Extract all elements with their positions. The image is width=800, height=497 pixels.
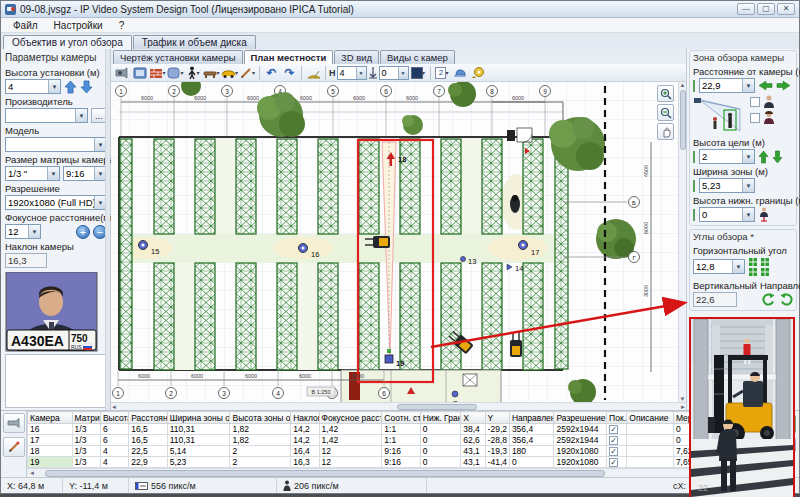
target-down-arrow-icon[interactable] — [772, 150, 783, 164]
chevron-down-icon[interactable]: ▼ — [732, 260, 744, 273]
tab-3d-view[interactable]: 3D вид — [334, 50, 379, 64]
raise-camera-arrow-icon[interactable] — [64, 80, 77, 94]
table-header-cell[interactable]: Направление — [509, 412, 554, 424]
table-row[interactable]: 171/3616,5110,311,8214,21,421:1062,6-28,… — [28, 435, 757, 446]
zoom-in-button[interactable] — [657, 85, 674, 102]
chevron-down-icon[interactable]: ▼ — [742, 179, 754, 192]
table-header-cell[interactable]: Пок... — [607, 412, 627, 424]
add-plan-button[interactable] — [131, 65, 148, 81]
redo-button[interactable]: ↷ — [281, 65, 298, 81]
protractor-button[interactable] — [305, 65, 322, 81]
visible-checkbox-cell[interactable]: ✓ — [607, 457, 627, 468]
move-farther-arrow-icon[interactable] — [776, 80, 791, 91]
menu-settings[interactable]: Настройки — [46, 20, 111, 31]
plan-vertical-scrollbar[interactable]: ▲▼ — [678, 82, 686, 402]
focal-length-combo[interactable]: 12▼ — [5, 224, 41, 239]
stamp-tool-button[interactable] — [452, 65, 469, 81]
manufacturer-combo[interactable]: ▼ — [5, 108, 88, 123]
undo-button[interactable]: ↶ — [263, 65, 280, 81]
title-bar[interactable]: 09-08.jvsgz - IP Video System Design Too… — [1, 1, 799, 18]
table-horizontal-scrollbar[interactable]: ◄► — [27, 468, 758, 477]
add-camera-button[interactable] — [113, 65, 130, 81]
rotate-cw-icon[interactable] — [779, 292, 795, 307]
angle-preset-icons[interactable] — [748, 257, 786, 276]
focal-plus-button[interactable]: + — [76, 225, 90, 239]
horizontal-angle-combo[interactable]: 12,8▼ — [693, 259, 745, 274]
measure-tape-button[interactable] — [470, 65, 487, 81]
target-height-combo[interactable]: 2▼ — [699, 149, 755, 164]
furniture-tool-button[interactable]: ▾ — [203, 65, 220, 81]
table-header-cell[interactable]: Камера — [28, 412, 73, 424]
menu-file[interactable]: Файл — [5, 20, 46, 31]
menu-help[interactable]: ? — [111, 20, 133, 31]
lower-camera-arrow-icon[interactable] — [80, 80, 93, 94]
plan-horizontal-scrollbar[interactable]: ◄► — [111, 402, 686, 410]
install-height-combo[interactable]: 4▼ — [5, 79, 61, 94]
aspect-ratio-combo[interactable]: 9:16▼ — [63, 166, 107, 181]
maximize-button[interactable]: ▢ — [757, 3, 775, 15]
wall-tool-button[interactable]: ▾ — [149, 65, 166, 81]
camera-marker-7[interactable]: 7 — [452, 391, 458, 402]
table-header-cell[interactable]: Соотн. сторон — [382, 412, 420, 424]
tab-traffic-disk[interactable]: Трафик и объем диска — [133, 35, 256, 49]
draw-tool-button[interactable]: ▾ — [239, 65, 256, 81]
table-header-cell[interactable]: Ниж. Граница — [420, 412, 461, 424]
table-row[interactable]: 191/3422,95,23216,3129:16043,1-41,401920… — [28, 457, 757, 468]
move-closer-arrow-icon[interactable] — [758, 80, 773, 91]
camera-3d-preview[interactable]: 22 — [689, 317, 795, 497]
tab-lens-angle[interactable]: Объектив и угол обзора — [3, 35, 132, 50]
visible-checkbox-cell[interactable]: ✓ — [607, 424, 627, 435]
tilt-value-field[interactable]: 16,3 — [5, 253, 47, 268]
chevron-down-icon[interactable]: ▼ — [47, 167, 59, 180]
plan-canvas[interactable]: 123456789 600060006000600060006000600060… — [111, 82, 678, 402]
resolution-combo[interactable]: 1920x1080 (Full HD)▼ — [5, 195, 107, 210]
chevron-down-icon[interactable]: ▼ — [48, 80, 60, 93]
table-header-cell[interactable]: Y — [485, 412, 509, 424]
zone-width-combo[interactable]: 5,23▼ — [699, 178, 755, 193]
chevron-down-icon[interactable]: ▼ — [356, 67, 366, 79]
table-header-cell[interactable]: Высота зоны обзора — [230, 412, 291, 424]
left-panel-scrollbar[interactable] — [105, 49, 110, 410]
zone-tool-button[interactable]: ▾ — [167, 65, 184, 81]
rotate-ccw-icon[interactable] — [760, 292, 776, 307]
tab-camera-drawing[interactable]: Чертёж установки камеры — [113, 50, 243, 64]
ground-level-combo[interactable]: 0▼ — [379, 66, 409, 80]
distance-combo[interactable]: 22,9▼ — [699, 78, 755, 93]
table-header-cell[interactable]: Разрешение — [554, 412, 607, 424]
table-header-cell[interactable]: Высота ... — [100, 412, 128, 424]
table-header-cell[interactable]: Расстояние — [129, 412, 167, 424]
chevron-down-icon[interactable]: ▼ — [742, 150, 754, 163]
table-header-cell[interactable]: Фокусное расстояние — [319, 412, 382, 424]
table-header-cell[interactable]: Описание — [627, 412, 674, 424]
sensor-size-combo[interactable]: 1/3 "▼ — [5, 166, 60, 181]
table-header-cell[interactable]: X — [461, 412, 485, 424]
target-up-arrow-icon[interactable] — [758, 150, 769, 164]
chevron-down-icon[interactable]: ▼ — [742, 208, 754, 221]
model-combo[interactable]: ▼ — [5, 137, 107, 152]
person-tool-button[interactable]: ▾ — [185, 65, 202, 81]
site-plan[interactable]: 123456789 600060006000600060006000600060… — [111, 82, 678, 402]
color-swatch-button[interactable]: ▾ — [410, 65, 427, 81]
table-camera-tool-button[interactable] — [3, 413, 25, 433]
table-header-cell[interactable]: Ширина зоны обзора — [167, 412, 230, 424]
wall-height-combo[interactable]: 4▼ — [337, 66, 367, 80]
chevron-down-icon[interactable]: ▼ — [28, 225, 40, 238]
show-man-checkbox[interactable] — [750, 97, 760, 107]
pan-hand-button[interactable] — [657, 123, 674, 140]
table-row[interactable]: 161/3616,5110,311,8214,21,421:1038,4-29,… — [28, 424, 757, 435]
table-edit-tool-button[interactable] — [3, 437, 25, 457]
chevron-down-icon[interactable]: ▼ — [742, 79, 754, 92]
bottom-edge-combo[interactable]: 0▼ — [699, 207, 755, 222]
visible-checkbox-cell[interactable]: ✓ — [607, 435, 627, 446]
vehicle-tool-button[interactable]: ▾ — [221, 65, 238, 81]
close-button[interactable]: ✕ — [777, 3, 795, 15]
table-header-cell[interactable]: Матрица — [72, 412, 100, 424]
zoom-out-button[interactable] — [657, 104, 674, 121]
table-row[interactable]: 181/3422,55,14216,4129:16043,1-19,318019… — [28, 446, 757, 457]
tab-site-plan[interactable]: План местности — [244, 50, 334, 64]
tab-camera-views[interactable]: Виды с камер — [380, 50, 455, 64]
show-woman-checkbox[interactable] — [750, 113, 760, 123]
layer-button[interactable]: 2▾ — [434, 65, 451, 81]
minimize-button[interactable]: — — [737, 3, 755, 15]
table-header-cell[interactable]: Наклон — [291, 412, 319, 424]
